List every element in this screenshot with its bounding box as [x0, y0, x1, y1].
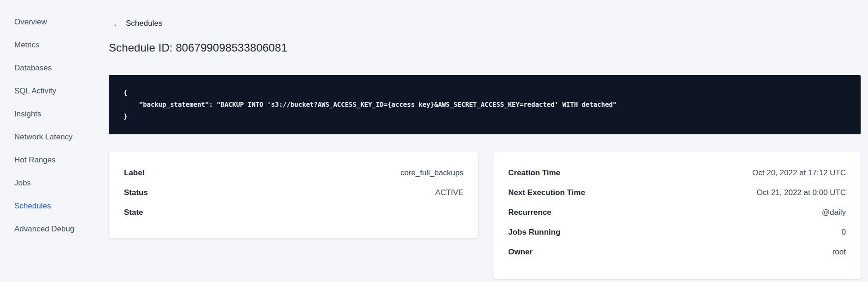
detail-row-value: @daily	[822, 208, 846, 217]
detail-row-value: 0	[842, 228, 846, 237]
back-link-label: Schedules	[126, 19, 162, 28]
sidebar-item[interactable]: SQL Activity	[0, 80, 94, 103]
detail-row: State	[124, 202, 463, 222]
back-to-schedules-link[interactable]: ← Schedules	[112, 19, 162, 28]
detail-row-label: Label	[124, 168, 144, 178]
sidebar-item[interactable]: Insights	[0, 103, 94, 126]
detail-row: Status ACTIVE	[124, 183, 463, 202]
sidebar-item[interactable]: Advanced Debug	[0, 218, 94, 241]
schedule-timing-card: Creation Time Oct 20, 2022 at 17:12 UTC …	[493, 152, 861, 279]
detail-row-label: Creation Time	[508, 168, 560, 178]
backup-statement-text: { "backup_statement": "BACKUP INTO 's3:/…	[123, 86, 846, 122]
detail-row: Jobs Running 0	[508, 222, 846, 242]
detail-row-value: Oct 20, 2022 at 17:12 UTC	[752, 168, 846, 178]
schedule-details-card: Label core_full_backups Status ACTIVE St…	[109, 152, 479, 239]
detail-row-label: Jobs Running	[508, 228, 560, 237]
sidebar-item[interactable]: Hot Ranges	[0, 149, 94, 172]
sidebar-item[interactable]: Metrics	[0, 34, 94, 57]
page-title: Schedule ID: 806799098533806081	[109, 41, 287, 54]
detail-row-label: Status	[124, 188, 148, 197]
detail-row-label: Recurrence	[508, 208, 551, 217]
detail-row-label: Owner	[508, 247, 533, 257]
sidebar-item[interactable]: Schedules	[0, 195, 94, 218]
sidebar-item[interactable]: Overview	[0, 11, 94, 34]
detail-row: Label core_full_backups	[124, 163, 463, 183]
detail-row-label: State	[124, 208, 143, 217]
detail-row-value: core_full_backups	[400, 168, 463, 178]
detail-row: Creation Time Oct 20, 2022 at 17:12 UTC	[508, 163, 846, 183]
sidebar-nav: Overview Metrics Databases SQL Activity …	[0, 11, 94, 241]
sidebar-item[interactable]: Jobs	[0, 172, 94, 195]
detail-row-value: root	[833, 247, 846, 257]
back-arrow-icon: ←	[112, 19, 121, 28]
detail-row: Owner root	[508, 242, 846, 262]
detail-row: Recurrence @daily	[508, 202, 846, 222]
detail-row: Next Execution Time Oct 21, 2022 at 0:00…	[508, 183, 846, 202]
detail-row-value: Oct 21, 2022 at 0:00 UTC	[757, 188, 846, 197]
sidebar-item[interactable]: Databases	[0, 57, 94, 80]
detail-row-label: Next Execution Time	[508, 188, 585, 197]
backup-statement-code-block: { "backup_statement": "BACKUP INTO 's3:/…	[109, 75, 861, 134]
sidebar-item[interactable]: Network Latency	[0, 126, 94, 149]
main-content: ← Schedules Schedule ID: 806799098533806…	[109, 0, 861, 282]
detail-row-value: ACTIVE	[435, 188, 463, 197]
